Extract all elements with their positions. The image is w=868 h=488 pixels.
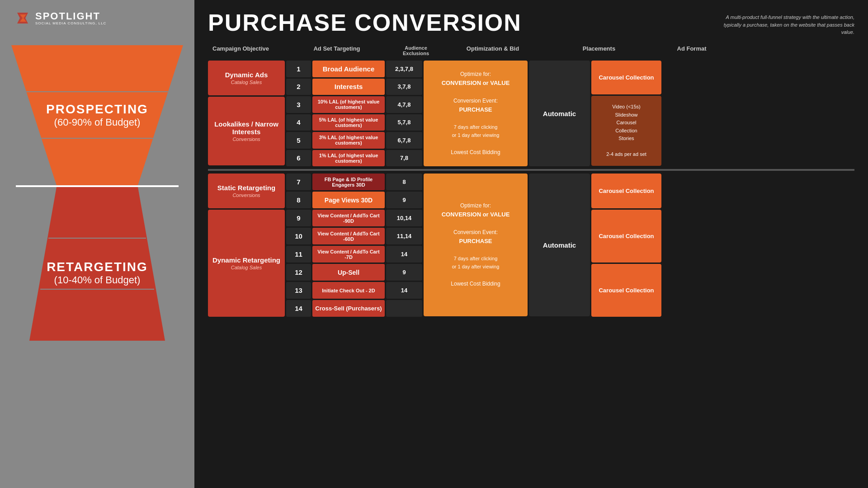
excl-3: 4,7,8 <box>386 96 422 113</box>
num-col-prospecting: 1 2 3 4 5 6 <box>286 61 311 166</box>
dynamic-retargeting-cell: Dynamic Retargeting Catalog Sales <box>208 210 285 317</box>
num-2: 2 <box>286 79 311 95</box>
page-title: PURCHASE CONVERSION <box>208 9 522 36</box>
funnel-top-text: PROSPECTING (60-90% of Budget) <box>46 102 148 128</box>
retargeting-budget: (10-40% of Budget) <box>47 274 148 286</box>
format-carousel-ret-2: Carousel Collection <box>591 210 661 263</box>
col-audience: AudienceExclusions <box>387 43 445 58</box>
format-col-retargeting: Carousel Collection Carousel Collection … <box>591 174 661 317</box>
opt-event-value: PURCHASE <box>459 105 492 115</box>
funnel-bottom-text: RETARGETING (10-40% of Budget) <box>47 260 148 286</box>
excl-9: 10,14 <box>386 210 422 226</box>
dynamic-ads-sub: Catalog Sales <box>231 80 262 85</box>
col-adset: Ad Set Targeting <box>287 43 387 58</box>
target-lal-3: 3% LAL (of highest value customers) <box>312 132 385 149</box>
retargeting-section: Static Retargeting Conversions Dynamic R… <box>208 174 854 317</box>
funnel-retargeting: RETARGETING (10-40% of Budget) <box>11 187 183 341</box>
lookalikes-name: Lookalikes / Narrow Interests <box>212 120 281 136</box>
lookalikes-cell: Lookalikes / Narrow Interests Conversion… <box>208 97 285 165</box>
num-9: 9 <box>286 210 311 226</box>
opt-window-ret: 7 days after clickingor 1 day after view… <box>452 255 500 271</box>
target-upsell: Up-Sell <box>312 264 385 281</box>
target-page-views: Page Views 30D <box>312 192 385 208</box>
logo-text: SPOTLIGHT SOCIAL MEDIA CONSULTING, LLC <box>35 11 106 25</box>
excl-14 <box>386 300 422 317</box>
retargeting-label: RETARGETING <box>47 260 148 274</box>
num-11: 11 <box>286 246 311 263</box>
opt-cell-retargeting: Optimize for: CONVERSION or VALUE Conver… <box>424 174 528 316</box>
target-vc-7: View Content / AddTo Cart -7D <box>312 246 385 263</box>
excl-7: 8 <box>386 174 422 190</box>
col-placements: Placements <box>540 43 658 58</box>
opt-event-label-ret: Conversion Event: <box>453 228 498 237</box>
excl-col-prospecting: 2,3,7,8 3,7,8 4,7,8 5,7,8 6,7,8 7,8 <box>386 61 422 166</box>
opt-cell-prospecting: Optimize for: CONVERSION or VALUE Conver… <box>424 61 528 166</box>
excl-1: 2,3,7,8 <box>386 61 422 77</box>
target-col-retargeting: FB Page & ID Profile Engagers 30D Page V… <box>312 174 385 317</box>
excl-5: 6,7,8 <box>386 132 422 149</box>
num-5: 5 <box>286 132 311 149</box>
logo: SPOTLIGHT SOCIAL MEDIA CONSULTING, LLC <box>0 9 106 27</box>
target-checkout: Initiate Check Out - 2D <box>312 282 385 299</box>
funnel-prospecting: PROSPECTING (60-90% of Budget) <box>11 45 183 185</box>
placement-cell-prospecting: Automatic <box>529 61 590 166</box>
campaign-col: Dynamic Ads Catalog Sales Lookalikes / N… <box>208 61 285 166</box>
opt-optimize-value: CONVERSION or VALUE <box>442 79 510 88</box>
opt-window: 7 days after clickingor 1 day after view… <box>452 123 500 139</box>
target-col-prospecting: Broad Audience Interests 10% LAL (of hig… <box>312 61 385 166</box>
opt-bidding: Lowest Cost Bidding <box>451 148 500 157</box>
spotlight-logo-icon <box>14 9 32 27</box>
num-6: 6 <box>286 150 311 167</box>
page-description: A multi-product full-funnel strategy wit… <box>719 9 854 36</box>
excl-13: 14 <box>386 282 422 299</box>
target-fb-engagers: FB Page & ID Profile Engagers 30D <box>312 174 385 190</box>
target-interests: Interests <box>312 79 385 95</box>
placement-cell-retargeting: Automatic <box>529 174 590 316</box>
lookalikes-sub: Conversions <box>232 136 260 142</box>
format-carousel-ret-3: Carousel Collection <box>591 264 661 317</box>
target-crosssell: Cross-Sell (Purchasers) <box>312 300 385 317</box>
excl-11: 14 <box>386 246 422 263</box>
col-campaign: Campaign Objective <box>210 43 287 58</box>
static-sub: Conversions <box>232 192 260 198</box>
col-optimization: Optimization & Bid <box>445 43 540 58</box>
opt-event-value-ret: PURCHASE <box>459 237 492 246</box>
col-adformat: Ad Format <box>658 43 726 58</box>
logo-title: SPOTLIGHT <box>35 11 106 21</box>
excl-12: 9 <box>386 264 422 281</box>
dynamic-ret-sub: Catalog Sales <box>231 265 262 270</box>
num-8: 8 <box>286 192 311 208</box>
prospecting-section: Dynamic Ads Catalog Sales Lookalikes / N… <box>208 61 854 166</box>
logo-sub: SOCIAL MEDIA CONSULTING, LLC <box>35 21 106 25</box>
prospecting-budget: (60-90% of Budget) <box>46 117 148 128</box>
num-7: 7 <box>286 174 311 190</box>
table-headers: Campaign Objective Ad Set Targeting Audi… <box>208 43 854 58</box>
format-carousel-1: Carousel Collection <box>591 61 661 94</box>
num-4: 4 <box>286 114 311 131</box>
excl-10: 11,14 <box>386 228 422 244</box>
excl-8: 9 <box>386 192 422 208</box>
dynamic-ret-name: Dynamic Retargeting <box>212 256 280 264</box>
static-retargeting-cell: Static Retargeting Conversions <box>208 174 285 208</box>
num-13: 13 <box>286 282 311 299</box>
section-divider <box>208 169 854 171</box>
format-col-prospecting: Carousel Collection Video (<15s)Slidesho… <box>591 61 661 166</box>
target-lal-1: 1% LAL (of highest value customers) <box>312 150 385 167</box>
target-vc-60: View Content / AddTo Cart -60D <box>312 228 385 244</box>
dynamic-ads-name: Dynamic Ads <box>225 71 268 79</box>
num-10: 10 <box>286 228 311 244</box>
excl-4: 5,7,8 <box>386 114 422 131</box>
num-3: 3 <box>286 96 311 113</box>
opt-bidding-ret: Lowest Cost Bidding <box>451 280 500 288</box>
excl-6: 7,8 <box>386 150 422 167</box>
opt-optimize-value-ret: CONVERSION or VALUE <box>442 210 510 220</box>
page-header: PURCHASE CONVERSION A multi-product full… <box>208 9 854 36</box>
funnel-divider <box>16 185 179 187</box>
target-vc-90: View Content / AddTo Cart -90D <box>312 210 385 226</box>
target-broad: Broad Audience <box>312 61 385 77</box>
target-lal-10: 10% LAL (of highest value customers) <box>312 96 385 113</box>
num-1: 1 <box>286 61 311 77</box>
num-12: 12 <box>286 264 311 281</box>
num-14: 14 <box>286 300 311 317</box>
excl-col-retargeting: 8 9 10,14 11,14 14 9 14 <box>386 174 422 317</box>
